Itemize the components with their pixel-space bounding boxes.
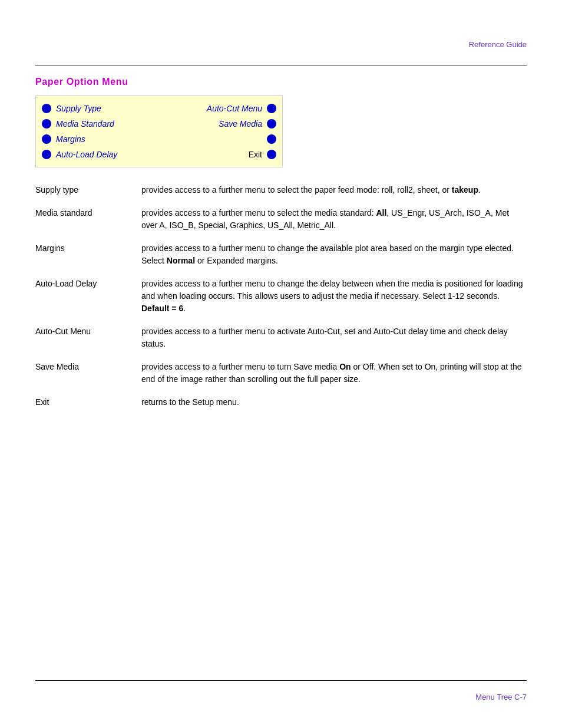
- menu-right-label: Exit: [150, 150, 267, 159]
- term-label: Margins: [35, 242, 141, 278]
- main-content: Paper Option Menu Supply TypeAuto-Cut Me…: [35, 77, 527, 419]
- page-title: Paper Option Menu: [35, 77, 527, 87]
- footer-label: Menu Tree C-7: [475, 693, 527, 701]
- right-bullet: [267, 119, 276, 129]
- left-bullet: [42, 150, 51, 159]
- top-rule: [35, 65, 527, 65]
- menu-left-label: Supply Type: [56, 104, 150, 113]
- detail-text: provides access to a further menu to sel…: [141, 184, 527, 207]
- left-bullet: [42, 119, 51, 129]
- left-bullet: [42, 104, 51, 113]
- term-label: Auto-Cut Menu: [35, 325, 141, 361]
- menu-left-label: Margins: [56, 134, 150, 144]
- list-item: Save Mediaprovides access to a further m…: [35, 361, 527, 396]
- detail-text: provides access to a further menu to cha…: [141, 278, 527, 325]
- menu-right-label: Auto-Cut Menu: [150, 104, 267, 113]
- list-item: Media standardprovides access to a furth…: [35, 207, 527, 242]
- term-label: Exit: [35, 396, 141, 419]
- list-item: Auto-Load Delayprovides access to a furt…: [35, 278, 527, 325]
- menu-diagram-row: Media StandardSave Media: [36, 116, 282, 131]
- detail-text: provides access to a further menu to cha…: [141, 242, 527, 278]
- list-item: Auto-Cut Menuprovides access to a furthe…: [35, 325, 527, 361]
- menu-left-label: Media Standard: [56, 119, 150, 129]
- right-bullet: [267, 104, 276, 113]
- term-label: Supply type: [35, 184, 141, 207]
- right-bullet: [267, 134, 276, 144]
- list-item: Marginsprovides access to a further menu…: [35, 242, 527, 278]
- menu-diagram-row: Auto-Load DelayExit: [36, 147, 282, 162]
- detail-text: provides access to a further menu to act…: [141, 325, 527, 361]
- menu-diagram-row: Supply TypeAuto-Cut Menu: [36, 101, 282, 116]
- menu-right-label: Save Media: [150, 119, 267, 129]
- menu-diagram: Supply TypeAuto-Cut MenuMedia StandardSa…: [35, 95, 283, 167]
- menu-left-label: Auto-Load Delay: [56, 150, 150, 159]
- term-label: Media standard: [35, 207, 141, 242]
- detail-text: returns to the Setup menu.: [141, 396, 527, 419]
- detail-text: provides access to a further menu to sel…: [141, 207, 527, 242]
- left-bullet: [42, 134, 51, 144]
- term-label: Auto-Load Delay: [35, 278, 141, 325]
- term-label: Save Media: [35, 361, 141, 396]
- reference-guide-label: Reference Guide: [469, 40, 527, 49]
- list-item: Supply typeprovides access to a further …: [35, 184, 527, 207]
- bottom-rule: [35, 680, 527, 681]
- menu-diagram-row: Margins: [36, 131, 282, 147]
- list-item: Exitreturns to the Setup menu.: [35, 396, 527, 419]
- right-bullet: [267, 150, 276, 159]
- descriptions-table: Supply typeprovides access to a further …: [35, 184, 527, 419]
- detail-text: provides access to a further menu to tur…: [141, 361, 527, 396]
